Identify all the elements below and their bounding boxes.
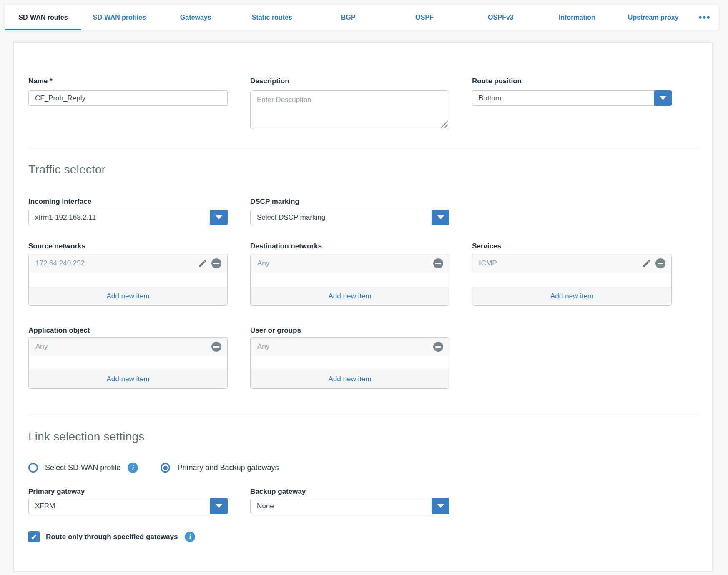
link-selection-radio-row: Select SD-WAN profile i Primary and Back… — [28, 462, 698, 473]
primary-gateway-field-group: Primary gateway XFRM — [28, 487, 228, 514]
services-field-group: Services ICMP Add new item — [472, 242, 672, 306]
services-label: Services — [472, 242, 672, 250]
tab-label: Information — [559, 14, 595, 21]
list-item-value: Any — [35, 342, 211, 351]
traffic-selects-row: Incoming interface xfrm1-192.168.2.11 DS… — [28, 197, 698, 225]
tab-sd-wan-profiles[interactable]: SD-WAN profiles — [81, 5, 158, 30]
radio-unselected-icon[interactable] — [28, 463, 38, 472]
dscp-marking-dropdown-button[interactable] — [432, 210, 449, 225]
tab-label: BGP — [341, 14, 356, 21]
backup-gateway-label: Backup gateway — [250, 487, 449, 496]
tab-label: SD-WAN profiles — [93, 14, 146, 21]
list-spacer — [472, 272, 671, 287]
user-or-groups-field-group: User or groups Any Add new item — [250, 326, 449, 389]
remove-icon[interactable] — [211, 258, 221, 268]
ellipsis-icon: ••• — [698, 15, 710, 20]
route-position-dropdown-button[interactable] — [654, 90, 672, 106]
source-networks-field-group: Source networks 172.64.240.252 Add new i… — [28, 242, 228, 306]
incoming-interface-value: xfrm1-192.168.2.11 — [29, 213, 96, 222]
tab-ospf[interactable]: OSPF — [386, 5, 462, 30]
info-icon[interactable]: i — [128, 462, 138, 473]
list-item: 172.64.240.252 — [29, 254, 227, 272]
route-only-checkbox-row: ✔ Route only through specified gateways … — [28, 531, 698, 542]
primary-gateway-select[interactable]: XFRM — [28, 498, 228, 514]
backup-gateway-select[interactable]: None — [250, 498, 449, 514]
dscp-marking-select[interactable]: Select DSCP marking — [250, 210, 449, 225]
route-position-label: Route position — [472, 77, 672, 85]
section-divider — [28, 415, 698, 415]
add-new-item-button[interactable]: Add new item — [251, 370, 449, 388]
traffic-selector-heading: Traffic selector — [28, 162, 698, 177]
tab-static-routes[interactable]: Static routes — [234, 5, 310, 30]
application-users-row: Application object Any Add new item User… — [28, 326, 698, 389]
user-or-groups-listbox: Any Add new item — [250, 337, 449, 389]
info-icon[interactable]: i — [185, 532, 195, 542]
add-new-item-button[interactable]: Add new item — [29, 287, 227, 305]
edit-icon[interactable] — [642, 258, 652, 268]
list-item: Any — [251, 338, 449, 356]
destination-networks-field-group: Destination networks Any Add new item — [250, 242, 449, 306]
tab-label: OSPF — [415, 14, 434, 21]
description-textarea[interactable] — [250, 90, 449, 129]
backup-gateway-value: None — [251, 502, 274, 510]
sd-wan-routes-page: SD-WAN routes SD-WAN profiles Gateways S… — [0, 0, 728, 575]
tab-label: Gateways — [180, 14, 211, 21]
route-form-card: Name * Description Route position Bottom — [13, 42, 713, 572]
remove-icon[interactable] — [655, 258, 665, 268]
backup-gateway-dropdown-button[interactable] — [432, 498, 449, 514]
incoming-interface-dropdown-button[interactable] — [210, 210, 228, 225]
dscp-marking-value: Select DSCP marking — [251, 213, 325, 222]
destination-networks-listbox: Any Add new item — [250, 254, 449, 306]
add-new-item-button[interactable]: Add new item — [251, 287, 449, 305]
source-networks-listbox: 172.64.240.252 Add new item — [28, 254, 228, 306]
primary-gateway-dropdown-button[interactable] — [210, 498, 228, 514]
name-input[interactable] — [28, 90, 228, 106]
tab-gateways[interactable]: Gateways — [158, 5, 234, 30]
tab-upstream-proxy[interactable]: Upstream proxy — [615, 5, 691, 30]
list-spacer — [29, 272, 227, 287]
chevron-down-icon — [216, 504, 222, 508]
remove-icon[interactable] — [433, 258, 443, 268]
chevron-down-icon — [437, 504, 444, 508]
dscp-marking-field-group: DSCP marking Select DSCP marking — [250, 197, 449, 225]
remove-icon[interactable] — [211, 342, 221, 352]
add-new-item-button[interactable]: Add new item — [472, 287, 671, 305]
tab-sd-wan-routes[interactable]: SD-WAN routes — [5, 5, 81, 30]
list-item: Any — [251, 254, 449, 272]
backup-gateway-field-group: Backup gateway None — [250, 487, 449, 514]
tab-bgp[interactable]: BGP — [310, 5, 387, 30]
remove-icon[interactable] — [433, 342, 443, 352]
radio-label: Primary and Backup gateways — [177, 463, 279, 472]
route-only-checkbox[interactable]: ✔ — [28, 531, 40, 542]
description-label: Description — [250, 77, 449, 85]
section-divider — [28, 148, 698, 148]
list-item: ICMP — [472, 254, 671, 272]
application-object-field-group: Application object Any Add new item — [28, 326, 228, 389]
application-object-listbox: Any Add new item — [28, 337, 228, 389]
chevron-down-icon — [660, 96, 666, 100]
route-position-value: Bottom — [472, 94, 501, 102]
edit-icon[interactable] — [198, 258, 208, 268]
radio-selected-icon[interactable] — [161, 463, 170, 472]
chevron-down-icon — [216, 215, 222, 219]
dscp-marking-label: DSCP marking — [250, 197, 449, 206]
list-item: Any — [29, 338, 227, 356]
route-position-field-group: Route position Bottom — [472, 77, 672, 129]
primary-backup-gateways-radio[interactable]: Primary and Backup gateways — [161, 463, 279, 472]
route-position-select[interactable]: Bottom — [472, 90, 672, 106]
select-sd-wan-profile-radio[interactable]: Select SD-WAN profile i — [28, 462, 138, 473]
gateways-row: Primary gateway XFRM Backup gateway None — [28, 487, 698, 514]
list-item-value: Any — [257, 259, 433, 268]
tab-information[interactable]: Information — [539, 5, 615, 30]
more-tabs-button[interactable]: ••• — [691, 5, 718, 30]
list-spacer — [251, 272, 449, 287]
services-listbox: ICMP Add new item — [472, 254, 672, 306]
incoming-interface-select[interactable]: xfrm1-192.168.2.11 — [28, 210, 228, 225]
list-spacer — [251, 356, 449, 370]
source-networks-label: Source networks — [28, 242, 228, 250]
list-item-value: Any — [257, 342, 433, 351]
tab-ospfv3[interactable]: OSPFv3 — [462, 5, 539, 30]
add-new-item-button[interactable]: Add new item — [29, 370, 227, 388]
tab-label: Upstream proxy — [628, 14, 679, 21]
primary-gateway-value: XFRM — [29, 502, 55, 510]
